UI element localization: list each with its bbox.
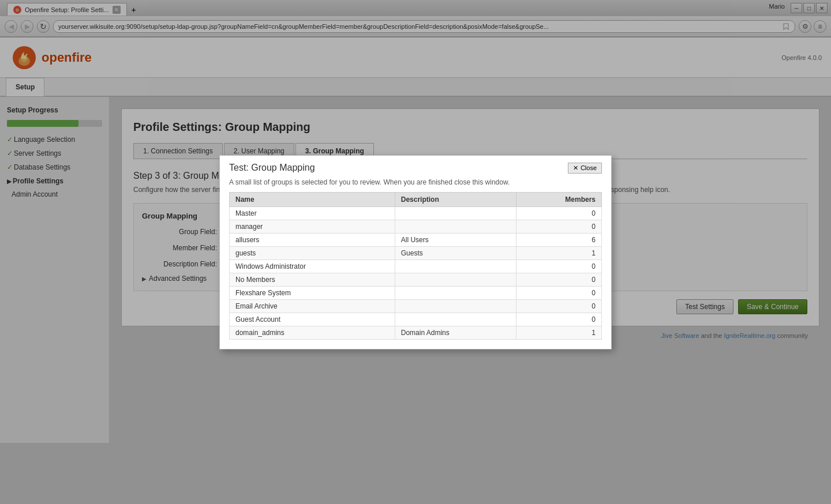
table-row: Flexshare System 0	[230, 286, 602, 299]
table-row: Email Archive 0	[230, 299, 602, 313]
row-members: 0	[516, 313, 602, 326]
table-row: No Members 0	[230, 273, 602, 286]
row-name: Guest Account	[230, 313, 395, 326]
row-members: 0	[516, 259, 602, 273]
row-name: Master	[230, 206, 395, 220]
row-members: 6	[516, 233, 602, 246]
row-members: 1	[516, 326, 602, 339]
row-description	[395, 206, 516, 220]
row-description	[395, 259, 516, 273]
row-members: 0	[516, 220, 602, 233]
row-name: domain_admins	[230, 326, 395, 339]
modal-overlay[interactable]: Test: Group Mapping ✕ Close A small list…	[0, 0, 831, 490]
row-description	[395, 299, 516, 313]
col-members-header: Members	[516, 192, 602, 206]
row-description: All Users	[395, 233, 516, 246]
row-members: 0	[516, 206, 602, 220]
col-name-header: Name	[230, 192, 395, 206]
row-name: manager	[230, 220, 395, 233]
modal-title: Test: Group Mapping	[229, 163, 315, 173]
row-members: 0	[516, 299, 602, 313]
row-description: Domain Admins	[395, 326, 516, 339]
modal-close-icon: ✕	[573, 164, 578, 172]
table-row: Windows Administrator 0	[230, 259, 602, 273]
modal-groups-table: Name Description Members Master 0manager…	[229, 192, 602, 340]
table-row: allusers All Users 6	[230, 233, 602, 246]
row-name: Email Archive	[230, 299, 395, 313]
modal-close-button[interactable]: ✕ Close	[568, 163, 602, 174]
modal-table-container: Name Description Members Master 0manager…	[220, 192, 611, 349]
row-name: allusers	[230, 233, 395, 246]
modal-title-prefix: Test:	[229, 163, 249, 172]
table-row: Guest Account 0	[230, 313, 602, 326]
modal-close-label: Close	[581, 164, 597, 171]
row-members: 1	[516, 246, 602, 259]
modal-title-suffix: Group Mapping	[251, 163, 315, 172]
table-row: domain_admins Domain Admins 1	[230, 326, 602, 339]
row-description	[395, 273, 516, 286]
row-description	[395, 286, 516, 299]
row-description	[395, 313, 516, 326]
col-description-header: Description	[395, 192, 516, 206]
modal-subtitle: A small list of groups is selected for y…	[220, 178, 611, 192]
row-members: 0	[516, 286, 602, 299]
row-name: No Members	[230, 273, 395, 286]
modal-header: Test: Group Mapping ✕ Close	[220, 156, 611, 178]
row-members: 0	[516, 273, 602, 286]
row-name: Flexshare System	[230, 286, 395, 299]
test-group-mapping-modal: Test: Group Mapping ✕ Close A small list…	[219, 155, 612, 349]
row-name: Windows Administrator	[230, 259, 395, 273]
row-description	[395, 220, 516, 233]
table-row: manager 0	[230, 220, 602, 233]
table-row: Master 0	[230, 206, 602, 220]
table-row: guests Guests 1	[230, 246, 602, 259]
row-description: Guests	[395, 246, 516, 259]
row-name: guests	[230, 246, 395, 259]
